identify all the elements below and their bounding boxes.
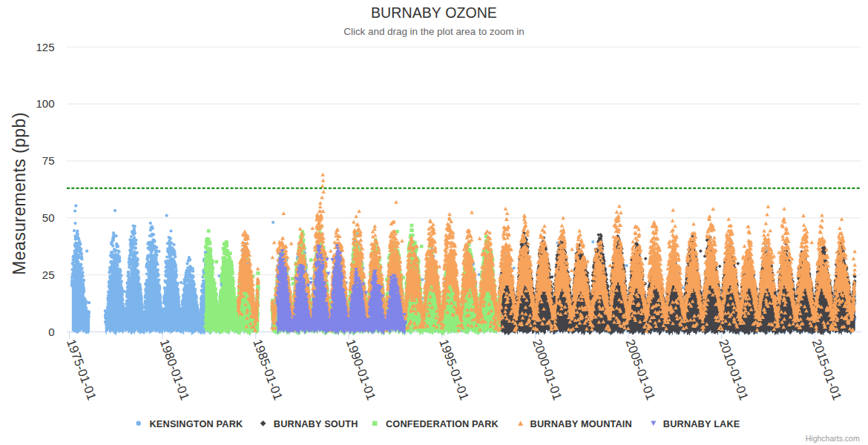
svg-text:BURNABY LAKE: BURNABY LAKE xyxy=(663,419,740,429)
svg-text:50: 50 xyxy=(42,211,55,224)
svg-text:BURNABY MOUNTAIN: BURNABY MOUNTAIN xyxy=(530,419,632,429)
svg-text:125: 125 xyxy=(36,41,54,53)
svg-text:75: 75 xyxy=(42,154,55,167)
svg-text:Measurements (ppb): Measurements (ppb) xyxy=(10,112,29,274)
svg-text:BURNABY OZONE: BURNABY OZONE xyxy=(371,4,497,21)
svg-text:25: 25 xyxy=(42,268,55,281)
svg-text:100: 100 xyxy=(36,97,54,110)
svg-text:CONFEDERATION PARK: CONFEDERATION PARK xyxy=(386,419,499,429)
svg-text:0: 0 xyxy=(48,326,54,338)
svg-text:Highcharts.com: Highcharts.com xyxy=(806,434,860,443)
svg-text:Click and drag in the plot are: Click and drag in the plot area to zoom … xyxy=(343,26,524,37)
svg-text:KENSINGTON PARK: KENSINGTON PARK xyxy=(150,419,244,429)
svg-text:BURNABY SOUTH: BURNABY SOUTH xyxy=(274,419,358,429)
